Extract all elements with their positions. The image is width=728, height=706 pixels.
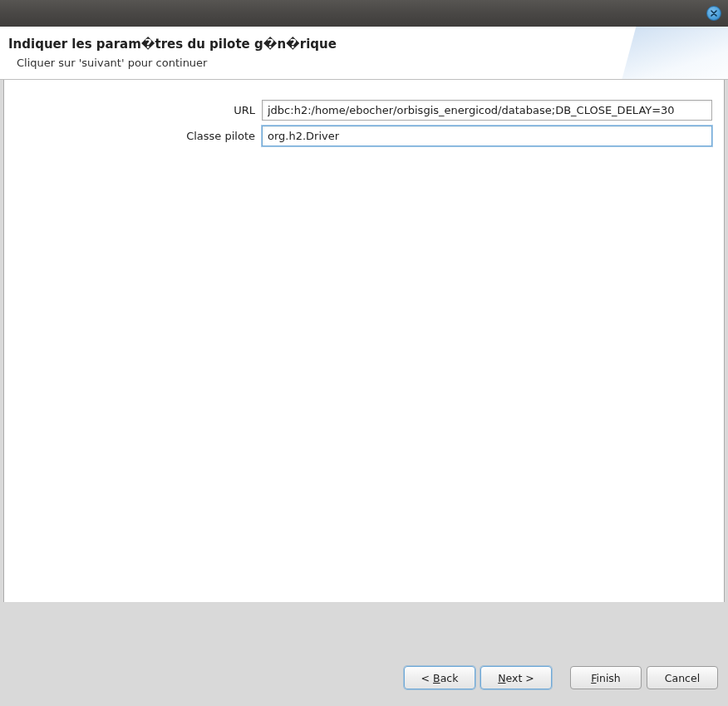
url-input[interactable] [262,100,712,121]
nav-button-group: < Back Next > [404,666,552,689]
finish-button-group: Finish Cancel [570,666,718,689]
cancel-button[interactable]: Cancel [647,666,718,689]
back-button[interactable]: < Back [404,666,475,689]
driver-class-label: Classe pilote [16,130,262,142]
next-button[interactable]: Next > [480,666,552,689]
wizard-header: Indiquer les param�tres du pilote g�n�ri… [0,27,728,80]
driver-class-input[interactable] [262,126,712,146]
url-label: URL [16,104,262,116]
wizard-button-bar: < Back Next > Finish Cancel [0,602,728,706]
window-titlebar [0,0,728,27]
url-row: URL [16,100,712,121]
close-button[interactable] [706,6,721,21]
wizard-title: Indiquer les param�tres du pilote g�n�ri… [8,37,718,52]
wizard-subtitle: Cliquer sur 'suivant' pour continuer [8,57,718,69]
finish-button[interactable]: Finish [570,666,642,689]
close-icon [711,10,717,17]
driver-class-row: Classe pilote [16,126,712,146]
wizard-content: URL Classe pilote [3,80,725,602]
